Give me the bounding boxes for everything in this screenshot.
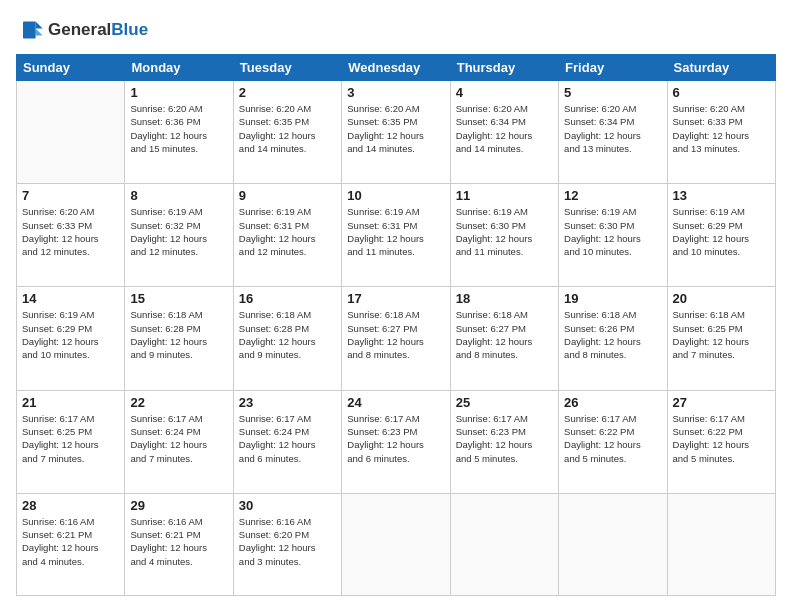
day-number: 2 (239, 85, 336, 100)
day-number: 16 (239, 291, 336, 306)
day-number: 20 (673, 291, 770, 306)
day-info: Sunrise: 6:19 AM Sunset: 6:30 PM Dayligh… (456, 205, 553, 258)
weekday-header: Wednesday (342, 55, 450, 81)
day-info: Sunrise: 6:19 AM Sunset: 6:32 PM Dayligh… (130, 205, 227, 258)
day-number: 12 (564, 188, 661, 203)
day-info: Sunrise: 6:20 AM Sunset: 6:36 PM Dayligh… (130, 102, 227, 155)
weekday-header: Thursday (450, 55, 558, 81)
svg-marker-0 (36, 22, 43, 29)
calendar-cell: 21Sunrise: 6:17 AM Sunset: 6:25 PM Dayli… (17, 390, 125, 493)
calendar-cell: 25Sunrise: 6:17 AM Sunset: 6:23 PM Dayli… (450, 390, 558, 493)
day-number: 9 (239, 188, 336, 203)
day-number: 23 (239, 395, 336, 410)
day-number: 30 (239, 498, 336, 513)
day-number: 15 (130, 291, 227, 306)
day-info: Sunrise: 6:19 AM Sunset: 6:29 PM Dayligh… (673, 205, 770, 258)
calendar-cell: 2Sunrise: 6:20 AM Sunset: 6:35 PM Daylig… (233, 81, 341, 184)
calendar-cell: 27Sunrise: 6:17 AM Sunset: 6:22 PM Dayli… (667, 390, 775, 493)
day-number: 17 (347, 291, 444, 306)
calendar-cell: 20Sunrise: 6:18 AM Sunset: 6:25 PM Dayli… (667, 287, 775, 390)
day-info: Sunrise: 6:16 AM Sunset: 6:21 PM Dayligh… (22, 515, 119, 568)
day-number: 3 (347, 85, 444, 100)
calendar-cell: 9Sunrise: 6:19 AM Sunset: 6:31 PM Daylig… (233, 184, 341, 287)
day-info: Sunrise: 6:18 AM Sunset: 6:27 PM Dayligh… (347, 308, 444, 361)
calendar-cell: 11Sunrise: 6:19 AM Sunset: 6:30 PM Dayli… (450, 184, 558, 287)
day-number: 8 (130, 188, 227, 203)
day-number: 21 (22, 395, 119, 410)
calendar-cell (17, 81, 125, 184)
day-number: 10 (347, 188, 444, 203)
day-info: Sunrise: 6:20 AM Sunset: 6:33 PM Dayligh… (22, 205, 119, 258)
logo: GeneralBlue (16, 16, 148, 44)
day-number: 27 (673, 395, 770, 410)
day-number: 5 (564, 85, 661, 100)
calendar-cell: 22Sunrise: 6:17 AM Sunset: 6:24 PM Dayli… (125, 390, 233, 493)
day-info: Sunrise: 6:17 AM Sunset: 6:23 PM Dayligh… (456, 412, 553, 465)
calendar-cell (559, 493, 667, 595)
calendar-cell: 3Sunrise: 6:20 AM Sunset: 6:35 PM Daylig… (342, 81, 450, 184)
calendar-cell (450, 493, 558, 595)
calendar-cell: 1Sunrise: 6:20 AM Sunset: 6:36 PM Daylig… (125, 81, 233, 184)
calendar-cell: 29Sunrise: 6:16 AM Sunset: 6:21 PM Dayli… (125, 493, 233, 595)
calendar-cell: 26Sunrise: 6:17 AM Sunset: 6:22 PM Dayli… (559, 390, 667, 493)
calendar-cell: 10Sunrise: 6:19 AM Sunset: 6:31 PM Dayli… (342, 184, 450, 287)
calendar-cell: 18Sunrise: 6:18 AM Sunset: 6:27 PM Dayli… (450, 287, 558, 390)
weekday-header: Tuesday (233, 55, 341, 81)
calendar-cell: 8Sunrise: 6:19 AM Sunset: 6:32 PM Daylig… (125, 184, 233, 287)
day-info: Sunrise: 6:17 AM Sunset: 6:24 PM Dayligh… (130, 412, 227, 465)
logo-icon (16, 16, 44, 44)
day-info: Sunrise: 6:19 AM Sunset: 6:29 PM Dayligh… (22, 308, 119, 361)
day-info: Sunrise: 6:17 AM Sunset: 6:24 PM Dayligh… (239, 412, 336, 465)
day-number: 24 (347, 395, 444, 410)
calendar-cell: 19Sunrise: 6:18 AM Sunset: 6:26 PM Dayli… (559, 287, 667, 390)
calendar-cell: 28Sunrise: 6:16 AM Sunset: 6:21 PM Dayli… (17, 493, 125, 595)
day-number: 28 (22, 498, 119, 513)
calendar-cell: 17Sunrise: 6:18 AM Sunset: 6:27 PM Dayli… (342, 287, 450, 390)
day-number: 4 (456, 85, 553, 100)
day-info: Sunrise: 6:17 AM Sunset: 6:25 PM Dayligh… (22, 412, 119, 465)
day-number: 13 (673, 188, 770, 203)
day-info: Sunrise: 6:17 AM Sunset: 6:22 PM Dayligh… (673, 412, 770, 465)
day-number: 26 (564, 395, 661, 410)
day-info: Sunrise: 6:18 AM Sunset: 6:27 PM Dayligh… (456, 308, 553, 361)
day-number: 14 (22, 291, 119, 306)
day-info: Sunrise: 6:17 AM Sunset: 6:22 PM Dayligh… (564, 412, 661, 465)
day-number: 1 (130, 85, 227, 100)
calendar-cell: 23Sunrise: 6:17 AM Sunset: 6:24 PM Dayli… (233, 390, 341, 493)
day-info: Sunrise: 6:18 AM Sunset: 6:25 PM Dayligh… (673, 308, 770, 361)
calendar-cell: 24Sunrise: 6:17 AM Sunset: 6:23 PM Dayli… (342, 390, 450, 493)
header: GeneralBlue (16, 16, 776, 44)
weekday-header: Saturday (667, 55, 775, 81)
day-number: 11 (456, 188, 553, 203)
day-info: Sunrise: 6:20 AM Sunset: 6:35 PM Dayligh… (347, 102, 444, 155)
calendar-cell: 30Sunrise: 6:16 AM Sunset: 6:20 PM Dayli… (233, 493, 341, 595)
calendar-cell: 15Sunrise: 6:18 AM Sunset: 6:28 PM Dayli… (125, 287, 233, 390)
weekday-header: Sunday (17, 55, 125, 81)
svg-marker-1 (36, 29, 43, 36)
day-info: Sunrise: 6:19 AM Sunset: 6:30 PM Dayligh… (564, 205, 661, 258)
day-number: 22 (130, 395, 227, 410)
day-info: Sunrise: 6:18 AM Sunset: 6:28 PM Dayligh… (130, 308, 227, 361)
calendar-cell: 16Sunrise: 6:18 AM Sunset: 6:28 PM Dayli… (233, 287, 341, 390)
day-info: Sunrise: 6:19 AM Sunset: 6:31 PM Dayligh… (347, 205, 444, 258)
calendar-cell: 4Sunrise: 6:20 AM Sunset: 6:34 PM Daylig… (450, 81, 558, 184)
day-number: 19 (564, 291, 661, 306)
calendar-table: SundayMondayTuesdayWednesdayThursdayFrid… (16, 54, 776, 596)
calendar-cell: 6Sunrise: 6:20 AM Sunset: 6:33 PM Daylig… (667, 81, 775, 184)
calendar-cell (667, 493, 775, 595)
day-info: Sunrise: 6:20 AM Sunset: 6:33 PM Dayligh… (673, 102, 770, 155)
day-info: Sunrise: 6:20 AM Sunset: 6:34 PM Dayligh… (456, 102, 553, 155)
day-info: Sunrise: 6:19 AM Sunset: 6:31 PM Dayligh… (239, 205, 336, 258)
calendar-cell: 14Sunrise: 6:19 AM Sunset: 6:29 PM Dayli… (17, 287, 125, 390)
day-number: 18 (456, 291, 553, 306)
day-info: Sunrise: 6:18 AM Sunset: 6:28 PM Dayligh… (239, 308, 336, 361)
calendar-cell: 7Sunrise: 6:20 AM Sunset: 6:33 PM Daylig… (17, 184, 125, 287)
day-number: 29 (130, 498, 227, 513)
calendar-cell (342, 493, 450, 595)
day-info: Sunrise: 6:16 AM Sunset: 6:20 PM Dayligh… (239, 515, 336, 568)
weekday-header: Monday (125, 55, 233, 81)
calendar-cell: 13Sunrise: 6:19 AM Sunset: 6:29 PM Dayli… (667, 184, 775, 287)
day-number: 25 (456, 395, 553, 410)
day-info: Sunrise: 6:20 AM Sunset: 6:35 PM Dayligh… (239, 102, 336, 155)
calendar-cell: 5Sunrise: 6:20 AM Sunset: 6:34 PM Daylig… (559, 81, 667, 184)
